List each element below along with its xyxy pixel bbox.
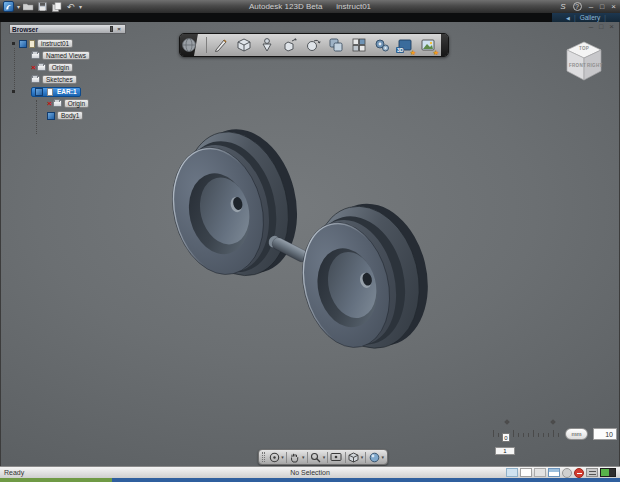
- gallery-arrow-icon[interactable]: ◀: [566, 15, 570, 21]
- scale-widget: 0 mm 10 1: [493, 418, 617, 456]
- viewcube-front-label[interactable]: FRONT: [569, 63, 586, 68]
- signin-icon[interactable]: S: [560, 2, 565, 11]
- component-icon: [19, 40, 27, 48]
- window-icon[interactable]: [548, 468, 560, 477]
- bottom-edge-green: [0, 478, 112, 482]
- folder-icon: [31, 76, 40, 83]
- title-bar: ▾ ↶ ▾ Autodesk 123D Betainstruct01 S ? –…: [0, 0, 620, 13]
- browser-panel: Browser × instruct01 Named Views: [9, 24, 126, 122]
- app-menu-caret-icon[interactable]: ▾: [17, 4, 20, 10]
- navbar-grip[interactable]: [262, 452, 265, 462]
- tree-item-sketches[interactable]: Sketches: [9, 74, 126, 85]
- app-window: ▾ ↶ ▾ Autodesk 123D Betainstruct01 S ? –…: [0, 0, 620, 482]
- status-bar: Ready No Selection: [0, 466, 620, 478]
- page-icon: [29, 40, 35, 48]
- body-icon: [47, 112, 55, 120]
- device-icon[interactable]: [586, 468, 598, 477]
- bottom-edge: [0, 478, 620, 482]
- grid-size-field[interactable]: 10: [593, 428, 617, 440]
- open-button[interactable]: [23, 2, 34, 12]
- zoom-caret-icon[interactable]: ▾: [323, 455, 326, 460]
- tree-item-named-views[interactable]: Named Views: [9, 50, 126, 61]
- status-toggles: [506, 468, 616, 478]
- sphere-menu-icon: [181, 37, 197, 53]
- tree-item-origin[interactable]: × Origin: [9, 62, 126, 73]
- select-box-icon[interactable]: [506, 468, 518, 477]
- insert-image-icon[interactable]: ★: [417, 35, 439, 55]
- combine-icon[interactable]: [325, 35, 347, 55]
- new-star-icon: ★: [410, 49, 416, 56]
- browser-close-icon[interactable]: ×: [115, 25, 123, 33]
- new-star-icon: ★: [433, 49, 439, 56]
- folder-icon: [31, 52, 40, 59]
- viewport-3d[interactable]: – □ ×: [0, 22, 620, 466]
- scale-marker-icon[interactable]: [550, 419, 556, 425]
- component-icon: [35, 88, 43, 96]
- no-entry-icon[interactable]: [574, 468, 584, 478]
- ruler-origin-label: 0: [502, 433, 510, 442]
- toolbar-end-cap: [441, 34, 448, 56]
- gallery-label: Gallery: [580, 14, 601, 21]
- browser-header[interactable]: Browser ×: [9, 24, 126, 34]
- orbit-caret-icon[interactable]: ▾: [281, 455, 284, 460]
- visibility-off-icon[interactable]: ×: [31, 64, 36, 72]
- battery-icon[interactable]: [600, 468, 616, 477]
- top-strip: ◀ | Gallery |: [0, 13, 620, 22]
- ruler-step-label: 1: [495, 447, 515, 455]
- zoom-icon[interactable]: [309, 451, 321, 464]
- folder-icon: [53, 100, 62, 107]
- help-icon[interactable]: ?: [573, 2, 582, 11]
- move-icon[interactable]: [279, 35, 301, 55]
- display-style-icon[interactable]: [348, 451, 360, 464]
- folder-icon: [37, 64, 46, 71]
- revolve-icon[interactable]: [256, 35, 278, 55]
- tree-item-body[interactable]: Body1: [9, 110, 126, 121]
- tab-gallery[interactable]: ◀ | Gallery |: [552, 13, 620, 22]
- window-select-icon[interactable]: [520, 468, 532, 477]
- quick-access-toolbar: ▾ ↶ ▾: [0, 1, 82, 12]
- material-caret-icon[interactable]: ▾: [382, 455, 385, 460]
- lock-icon[interactable]: [534, 468, 546, 477]
- pattern-icon[interactable]: [302, 35, 324, 55]
- orbit-icon[interactable]: [268, 451, 280, 464]
- display-caret-icon[interactable]: ▾: [361, 455, 364, 460]
- navigation-bar: ▾ ▾ ▾ ▾ ▾: [258, 449, 388, 465]
- viewcube-right-label[interactable]: RIGHT: [587, 63, 603, 68]
- gears-icon[interactable]: [371, 35, 393, 55]
- expander-icon[interactable]: [12, 42, 15, 45]
- split-icon[interactable]: [348, 35, 370, 55]
- browser-title: Browser: [12, 26, 38, 33]
- close-button[interactable]: ×: [611, 2, 616, 11]
- browser-tree: instruct01 Named Views × Origin Sketches: [9, 38, 126, 121]
- copy-button[interactable]: [51, 2, 62, 12]
- expander-icon[interactable]: [12, 90, 15, 93]
- page-icon: [47, 88, 53, 96]
- save-button[interactable]: [37, 2, 48, 12]
- redo-caret-icon[interactable]: ▾: [79, 4, 82, 10]
- window-title: Autodesk 123D Betainstruct01: [0, 2, 620, 11]
- pan-icon[interactable]: [289, 451, 301, 464]
- model-wheel-right[interactable]: [287, 192, 442, 362]
- main-toolbar: 3D ★ ★: [179, 33, 449, 57]
- visibility-off-icon[interactable]: ×: [47, 100, 52, 108]
- units-button[interactable]: mm: [565, 428, 588, 440]
- scale-marker-icon[interactable]: [504, 419, 510, 425]
- minimize-button[interactable]: –: [589, 2, 593, 11]
- restore-button[interactable]: □: [600, 3, 604, 10]
- viewcube-top-label[interactable]: TOP: [579, 46, 589, 51]
- tree-item-ear1[interactable]: EAR:1: [9, 86, 126, 97]
- tree-item-ear1-origin[interactable]: × Origin: [9, 98, 126, 109]
- insert-3d-icon[interactable]: 3D ★: [394, 35, 416, 55]
- pin-icon[interactable]: [107, 25, 115, 33]
- app-logo-icon[interactable]: [3, 1, 14, 12]
- look-at-icon[interactable]: [330, 451, 342, 464]
- view-cube[interactable]: TOP FRONT RIGHT: [561, 38, 607, 88]
- snap-icon[interactable]: [562, 468, 572, 478]
- model-wheel-left[interactable]: [157, 118, 312, 290]
- undo-button[interactable]: ↶: [65, 2, 76, 12]
- pan-caret-icon[interactable]: ▾: [302, 455, 305, 460]
- tree-item-root[interactable]: instruct01: [9, 38, 126, 49]
- material-icon[interactable]: [368, 451, 380, 464]
- primitive-box-icon[interactable]: [233, 35, 255, 55]
- sketch-icon[interactable]: [210, 35, 232, 55]
